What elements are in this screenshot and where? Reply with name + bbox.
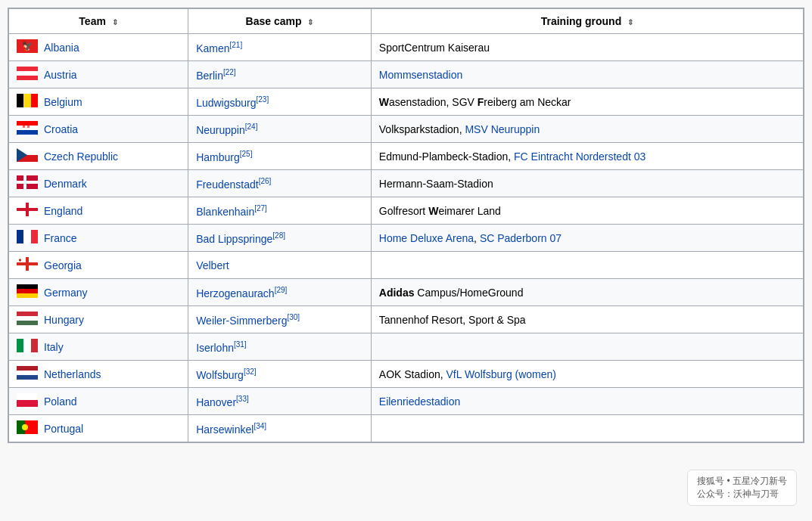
team-name-link[interactable]: Denmark <box>44 178 87 190</box>
team-cell: Austria <box>9 61 188 88</box>
team-name-link[interactable]: Italy <box>44 341 64 353</box>
team-name-link[interactable]: England <box>44 205 82 217</box>
training-cell: SportCentrum Kaiserau <box>371 34 803 61</box>
table-row: Hungary Weiler-Simmerberg[30]Tannenhof R… <box>9 306 804 333</box>
table-row: 🦅 Albania Kamen[21]SportCentrum Kaiserau <box>9 34 804 61</box>
reference: [32] <box>244 367 257 376</box>
header-basecamp-label: Base camp <box>246 15 302 27</box>
header-basecamp[interactable]: Base camp ⇕ <box>188 9 372 34</box>
team-name-link[interactable]: Poland <box>44 395 77 408</box>
reference: [22] <box>223 68 236 76</box>
team-name-link[interactable]: Austria <box>44 69 77 81</box>
table-row: Denmark Freudenstadt[26]Hermann-Saam-Sta… <box>9 170 804 197</box>
training-link[interactable]: SC Paderborn 07 <box>480 232 562 244</box>
svg-rect-45 <box>17 375 38 380</box>
training-cell: Volksparkstadion, MSV Neuruppin <box>371 116 803 143</box>
basecamp-link[interactable]: Iserlohn <box>196 341 234 353</box>
team-name-link[interactable]: Germany <box>44 287 88 299</box>
basecamp-cell: Bad Lippspringe[28] <box>188 225 372 252</box>
basecamp-link[interactable]: Hanover <box>196 395 236 408</box>
svg-rect-41 <box>23 339 31 352</box>
main-table-wrapper: Team ⇕ Base camp ⇕ Training ground ⇕ 🦅 A… <box>8 8 804 443</box>
team-name-link[interactable]: Albania <box>44 42 79 54</box>
training-cell <box>371 333 803 361</box>
basecamp-cell: Weiler-Simmerberg[30] <box>188 306 372 333</box>
header-team[interactable]: Team ⇕ <box>9 9 188 34</box>
training-cell: Adidas Campus/HomeGround <box>371 279 803 306</box>
svg-rect-25 <box>31 230 38 243</box>
team-cell: Georgia <box>9 252 188 279</box>
training-link[interactable]: Eilenriedestadion <box>379 395 460 408</box>
team-name-link[interactable]: Hungary <box>44 314 84 326</box>
team-name-link[interactable]: Czech Republic <box>44 150 118 163</box>
team-cell: England <box>9 197 188 225</box>
basecamp-link[interactable]: Harsewinkel <box>196 423 254 435</box>
reference: [31] <box>234 340 247 349</box>
svg-rect-33 <box>19 259 21 261</box>
sort-icon-basecamp[interactable]: ⇕ <box>307 18 313 26</box>
basecamp-link[interactable]: Berlin <box>196 69 223 81</box>
header-training[interactable]: Training ground ⇕ <box>371 9 803 34</box>
reference: [23] <box>257 95 269 104</box>
training-cell: Edmund-Plambeck-Stadion, FC Eintracht No… <box>371 143 803 170</box>
team-name-link[interactable]: France <box>44 232 77 244</box>
basecamp-link[interactable]: Wolfsburg <box>196 368 244 380</box>
training-link[interactable]: FC Eintracht Norderstedt 03 <box>514 150 646 163</box>
svg-rect-2 <box>17 67 38 71</box>
table-row: Austria Berlin[22]Mommsenstadion <box>9 61 804 88</box>
team-name-link[interactable]: Croatia <box>44 123 78 135</box>
team-cell: 🦅 Albania <box>9 34 188 61</box>
flag-italy <box>17 339 38 355</box>
table-row: Germany Herzogenaurach[29]Adidas Campus/… <box>9 279 804 306</box>
team-name-link[interactable]: Netherlands <box>44 368 101 380</box>
table-row: Georgia Velbert <box>9 252 804 279</box>
table-row: Poland Hanover[33]Eilenriedestadion <box>9 388 804 415</box>
reference: [27] <box>254 204 267 212</box>
team-cell: Denmark <box>9 170 188 197</box>
basecamp-cell: Freudenstadt[26] <box>188 170 372 197</box>
team-name-link[interactable]: Portugal <box>44 423 83 435</box>
svg-rect-37 <box>17 312 38 316</box>
svg-rect-10 <box>17 130 38 135</box>
training-link[interactable]: VfL Wolfsburg (women) <box>446 368 557 380</box>
flag-croatia <box>17 121 38 137</box>
team-cell: Italy <box>9 333 188 361</box>
sort-icon-training[interactable]: ⇕ <box>627 18 633 26</box>
basecamp-link[interactable]: Freudenstadt <box>196 178 259 190</box>
basecamp-link[interactable]: Herzogenaurach <box>196 287 275 299</box>
flag-poland <box>17 393 38 409</box>
basecamp-cell: Neuruppin[24] <box>188 116 372 143</box>
svg-rect-6 <box>23 94 31 107</box>
training-link[interactable]: MSV Neuruppin <box>465 123 540 135</box>
svg-point-50 <box>22 424 28 430</box>
svg-rect-4 <box>17 76 38 80</box>
flag-portugal <box>17 420 38 436</box>
basecamp-link[interactable]: Bad Lippspringe <box>196 232 272 244</box>
basecamp-link[interactable]: Ludwigsburg <box>196 96 256 108</box>
basecamp-link[interactable]: Kamen <box>196 42 229 54</box>
basecamp-link[interactable]: Neuruppin <box>196 123 245 135</box>
table-row: Italy Iserlohn[31] <box>9 333 804 361</box>
table-row: Portugal Harsewinkel[34] <box>9 415 804 442</box>
sort-icon-team[interactable]: ⇕ <box>112 18 118 26</box>
svg-rect-36 <box>17 293 38 298</box>
table-row: France Bad Lippspringe[28]Home Deluxe Ar… <box>9 225 804 252</box>
basecamp-link[interactable]: Hamburg <box>196 150 240 163</box>
training-link[interactable]: Mommsenstadion <box>379 69 463 81</box>
svg-rect-11 <box>23 126 25 128</box>
training-cell <box>371 415 803 442</box>
team-cell: Belgium <box>9 88 188 116</box>
basecamp-link[interactable]: Blankenhain <box>196 205 254 217</box>
reference: [29] <box>275 286 288 294</box>
flag-georgia <box>17 257 38 273</box>
svg-rect-34 <box>17 284 38 289</box>
basecamp-link[interactable]: Weiler-Simmerberg <box>196 314 287 326</box>
team-name-link[interactable]: Georgia <box>44 259 82 271</box>
team-name-link[interactable]: Belgium <box>44 96 82 108</box>
reference: [21] <box>230 41 243 49</box>
svg-rect-28 <box>26 257 29 271</box>
svg-rect-44 <box>17 371 38 375</box>
training-link[interactable]: Home Deluxe Arena <box>379 232 474 244</box>
reference: [34] <box>254 422 266 430</box>
basecamp-link[interactable]: Velbert <box>196 259 229 271</box>
